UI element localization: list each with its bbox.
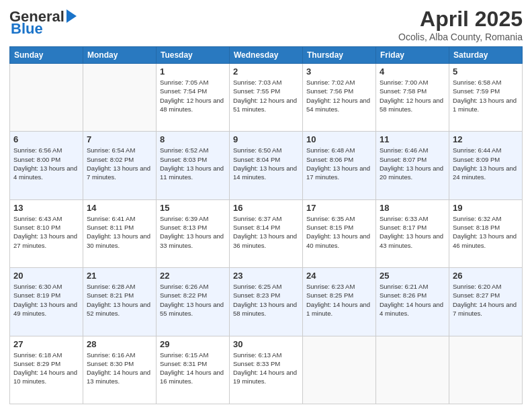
daylight-text: Daylight: 14 hours and 1 minute. (306, 301, 370, 317)
sunset-text: Sunset: 8:23 PM (233, 291, 280, 299)
sunrise-text: Sunrise: 6:21 AM (380, 283, 428, 290)
day-number: 10 (306, 134, 372, 144)
calendar-week-row: 1 Sunrise: 7:05 AM Sunset: 7:54 PM Dayli… (10, 64, 523, 132)
table-row: 16 Sunrise: 6:37 AM Sunset: 8:14 PM Dayl… (230, 199, 303, 267)
day-info: Sunrise: 6:39 AM Sunset: 8:13 PM Dayligh… (160, 214, 226, 250)
daylight-text: Daylight: 13 hours and 40 minutes. (306, 232, 370, 248)
table-row: 28 Sunrise: 6:16 AM Sunset: 8:30 PM Dayl… (83, 336, 157, 404)
day-number: 21 (87, 271, 152, 281)
day-info: Sunrise: 6:50 AM Sunset: 8:04 PM Dayligh… (233, 146, 299, 181)
daylight-text: Daylight: 12 hours and 54 minutes. (306, 97, 370, 113)
day-info: Sunrise: 6:18 AM Sunset: 8:29 PM Dayligh… (13, 351, 79, 386)
daylight-text: Daylight: 14 hours and 10 minutes. (13, 369, 77, 385)
table-row: 5 Sunrise: 6:58 AM Sunset: 7:59 PM Dayli… (449, 64, 523, 132)
table-row: 9 Sunrise: 6:50 AM Sunset: 8:04 PM Dayli… (230, 132, 303, 199)
day-number: 13 (13, 203, 79, 213)
day-info: Sunrise: 6:46 AM Sunset: 8:07 PM Dayligh… (380, 146, 445, 181)
header-row: Sunday Monday Tuesday Wednesday Thursday… (10, 47, 523, 64)
day-number: 14 (87, 203, 152, 213)
day-info: Sunrise: 6:56 AM Sunset: 8:00 PM Dayligh… (13, 146, 79, 181)
day-info: Sunrise: 6:44 AM Sunset: 8:09 PM Dayligh… (453, 146, 519, 181)
day-info: Sunrise: 6:52 AM Sunset: 8:03 PM Dayligh… (160, 146, 226, 181)
daylight-text: Daylight: 13 hours and 30 minutes. (87, 232, 150, 248)
table-row: 2 Sunrise: 7:03 AM Sunset: 7:55 PM Dayli… (230, 64, 303, 132)
sunrise-text: Sunrise: 6:43 AM (13, 215, 62, 222)
day-info: Sunrise: 6:33 AM Sunset: 8:17 PM Dayligh… (380, 214, 445, 250)
day-info: Sunrise: 6:35 AM Sunset: 8:15 PM Dayligh… (306, 214, 372, 250)
sunrise-text: Sunrise: 6:13 AM (233, 351, 281, 359)
sunset-text: Sunset: 7:59 PM (453, 87, 500, 95)
table-row (376, 336, 449, 404)
table-row (83, 64, 157, 132)
day-info: Sunrise: 6:37 AM Sunset: 8:14 PM Dayligh… (233, 214, 299, 250)
sunset-text: Sunset: 8:11 PM (87, 224, 134, 231)
calendar-week-row: 13 Sunrise: 6:43 AM Sunset: 8:10 PM Dayl… (10, 199, 523, 267)
table-row (449, 336, 523, 404)
table-row: 25 Sunrise: 6:21 AM Sunset: 8:26 PM Dayl… (376, 268, 449, 336)
day-number: 19 (453, 203, 519, 213)
daylight-text: Daylight: 13 hours and 17 minutes. (306, 165, 370, 181)
calendar-table: Sunday Monday Tuesday Wednesday Thursday… (9, 46, 523, 404)
day-info: Sunrise: 6:20 AM Sunset: 8:27 PM Dayligh… (453, 282, 519, 318)
daylight-text: Daylight: 13 hours and 52 minutes. (87, 301, 150, 317)
day-number: 4 (380, 66, 445, 77)
sunrise-text: Sunrise: 6:56 AM (13, 146, 62, 154)
col-friday: Friday (376, 47, 449, 64)
daylight-text: Daylight: 13 hours and 49 minutes. (13, 301, 77, 317)
sunset-text: Sunset: 7:56 PM (306, 87, 353, 95)
logo: General Blue (9, 9, 70, 36)
daylight-text: Daylight: 13 hours and 4 minutes. (13, 165, 77, 181)
daylight-text: Daylight: 13 hours and 33 minutes. (160, 232, 224, 248)
day-number: 20 (13, 271, 79, 281)
table-row: 10 Sunrise: 6:48 AM Sunset: 8:06 PM Dayl… (303, 132, 376, 199)
sunset-text: Sunset: 8:14 PM (233, 224, 280, 231)
table-row: 29 Sunrise: 6:15 AM Sunset: 8:31 PM Dayl… (157, 336, 230, 404)
sunrise-text: Sunrise: 6:16 AM (87, 351, 135, 359)
table-row: 12 Sunrise: 6:44 AM Sunset: 8:09 PM Dayl… (449, 132, 523, 199)
table-row: 24 Sunrise: 6:23 AM Sunset: 8:25 PM Dayl… (303, 268, 376, 336)
sunset-text: Sunset: 8:00 PM (13, 156, 60, 163)
sunset-text: Sunset: 8:18 PM (453, 224, 500, 231)
daylight-text: Daylight: 13 hours and 14 minutes. (233, 165, 297, 181)
sunrise-text: Sunrise: 6:52 AM (160, 146, 208, 154)
sunset-text: Sunset: 8:13 PM (160, 224, 207, 231)
day-number: 2 (233, 66, 299, 77)
sunrise-text: Sunrise: 6:20 AM (453, 283, 501, 290)
day-number: 15 (160, 203, 226, 213)
day-info: Sunrise: 6:13 AM Sunset: 8:33 PM Dayligh… (233, 351, 299, 386)
day-number: 25 (380, 271, 445, 281)
col-monday: Monday (83, 47, 157, 64)
day-number: 16 (233, 203, 299, 213)
day-number: 1 (160, 66, 226, 77)
day-info: Sunrise: 6:25 AM Sunset: 8:23 PM Dayligh… (233, 282, 299, 318)
day-number: 22 (160, 271, 226, 281)
day-number: 12 (453, 134, 519, 144)
sunset-text: Sunset: 8:10 PM (13, 224, 60, 231)
daylight-text: Daylight: 13 hours and 27 minutes. (13, 232, 77, 248)
logo-arrow-icon (66, 9, 77, 23)
day-info: Sunrise: 6:58 AM Sunset: 7:59 PM Dayligh… (453, 78, 519, 113)
day-info: Sunrise: 6:28 AM Sunset: 8:21 PM Dayligh… (87, 282, 152, 318)
table-row: 7 Sunrise: 6:54 AM Sunset: 8:02 PM Dayli… (83, 132, 157, 199)
sunset-text: Sunset: 8:09 PM (453, 156, 500, 163)
sunset-text: Sunset: 8:04 PM (233, 156, 280, 163)
sunset-text: Sunset: 8:07 PM (380, 156, 427, 163)
day-number: 7 (87, 134, 152, 144)
daylight-text: Daylight: 13 hours and 46 minutes. (453, 232, 517, 248)
table-row: 22 Sunrise: 6:26 AM Sunset: 8:22 PM Dayl… (157, 268, 230, 336)
day-number: 24 (306, 271, 372, 281)
day-info: Sunrise: 6:48 AM Sunset: 8:06 PM Dayligh… (306, 146, 372, 181)
table-row (303, 336, 376, 404)
table-row: 14 Sunrise: 6:41 AM Sunset: 8:11 PM Dayl… (83, 199, 157, 267)
day-info: Sunrise: 6:15 AM Sunset: 8:31 PM Dayligh… (160, 351, 226, 386)
day-info: Sunrise: 6:54 AM Sunset: 8:02 PM Dayligh… (87, 146, 152, 181)
day-info: Sunrise: 6:23 AM Sunset: 8:25 PM Dayligh… (306, 282, 372, 318)
title-block: April 2025 Ocolis, Alba County, Romania (398, 7, 523, 42)
table-row: 30 Sunrise: 6:13 AM Sunset: 8:33 PM Dayl… (230, 336, 303, 404)
table-row: 26 Sunrise: 6:20 AM Sunset: 8:27 PM Dayl… (449, 268, 523, 336)
table-row: 1 Sunrise: 7:05 AM Sunset: 7:54 PM Dayli… (157, 64, 230, 132)
header: General Blue April 2025 Ocolis, Alba Cou… (9, 7, 523, 42)
col-saturday: Saturday (449, 47, 523, 64)
table-row: 13 Sunrise: 6:43 AM Sunset: 8:10 PM Dayl… (10, 199, 83, 267)
table-row: 8 Sunrise: 6:52 AM Sunset: 8:03 PM Dayli… (157, 132, 230, 199)
